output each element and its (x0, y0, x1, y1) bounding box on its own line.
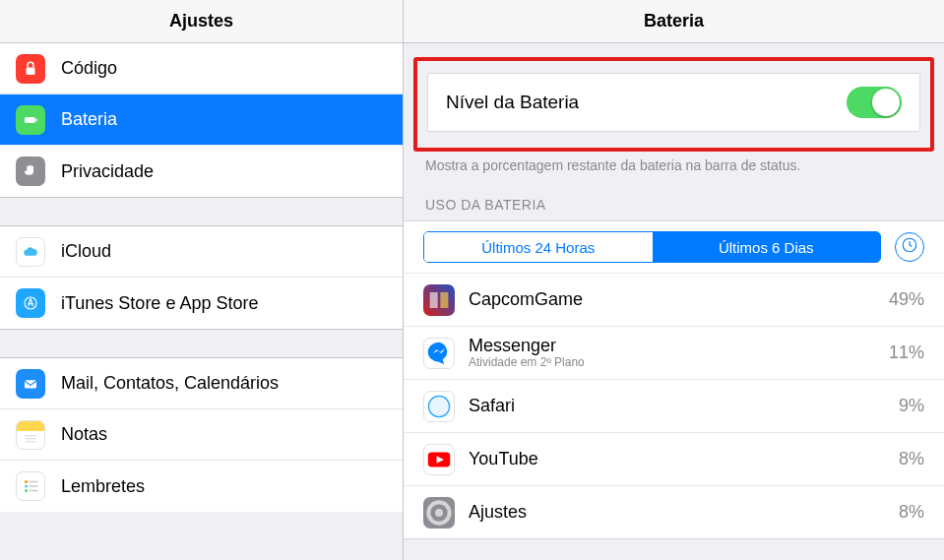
sidebar-item-mail[interactable]: Mail, Contatos, Calendários (0, 358, 403, 409)
app-percentage: 9% (899, 396, 924, 416)
app-row-ajustes[interactable]: Ajustes 8% (404, 485, 944, 538)
sidebar-item-label: Privacidade (61, 161, 154, 182)
clock-icon (901, 236, 918, 258)
sidebar-item-icloud[interactable]: iCloud (0, 226, 403, 278)
battery-level-help: Mostra a porcentagem restante da bateria… (425, 157, 922, 173)
sidebar-item-label: iTunes Store e App Store (61, 293, 258, 314)
detail-scroll[interactable]: Nível da Bateria Mostra a porcentagem re… (404, 43, 944, 560)
separator (0, 197, 403, 226)
sidebar-item-label: Bateria (61, 109, 117, 130)
seg-6d[interactable]: Últimos 6 Dias (653, 232, 881, 262)
separator (0, 329, 403, 358)
app-percentage: 8% (899, 449, 924, 469)
svg-rect-2 (35, 118, 37, 121)
usage-section-header: USO DA BATERIA (425, 197, 922, 213)
hand-icon (16, 156, 45, 186)
svg-rect-1 (25, 117, 35, 123)
app-percentage: 8% (899, 502, 924, 523)
time-range-row: Últimos 24 Horas Últimos 6 Dias (404, 221, 944, 273)
battery-level-toggle[interactable] (847, 87, 902, 118)
sidebar-item-privacy[interactable]: Privacidade (0, 146, 403, 197)
sidebar-group-3: Mail, Contatos, Calendários Notas Lembre… (0, 358, 403, 512)
sidebar-item-passcode[interactable]: Código (0, 43, 403, 94)
appstore-icon (16, 288, 45, 318)
highlight-annotation: Nível da Bateria (413, 57, 934, 152)
lock-icon (16, 54, 45, 84)
sidebar-item-label: Lembretes (61, 476, 145, 497)
app-percentage: 49% (889, 289, 924, 310)
app-icon-youtube (423, 444, 455, 475)
sidebar-item-label: Código (61, 58, 117, 79)
app-subtitle: Atividade em 2º Plano (469, 355, 889, 369)
app-name: CapcomGame (469, 290, 889, 310)
sidebar-group-2: iCloud iTunes Store e App Store (0, 226, 403, 329)
app-row-messenger[interactable]: Messenger Atividade em 2º Plano 11% (404, 326, 944, 379)
sidebar-item-reminders[interactable]: Lembretes (0, 461, 403, 512)
app-name: Messenger (469, 337, 889, 356)
sidebar-item-label: iCloud (61, 241, 111, 262)
app-row-safari[interactable]: Safari 9% (404, 379, 944, 432)
svg-rect-17 (440, 292, 448, 308)
cloud-icon (16, 237, 45, 267)
detail-pane: Bateria Nível da Bateria Mostra a porcen… (404, 0, 944, 560)
app-icon-capcomgame (423, 284, 455, 316)
sidebar-item-label: Mail, Contatos, Calendários (61, 373, 279, 394)
svg-point-22 (435, 509, 443, 517)
time-range-segmented[interactable]: Últimos 24 Horas Últimos 6 Dias (423, 231, 881, 263)
svg-rect-16 (430, 292, 438, 308)
app-percentage: 11% (889, 342, 924, 363)
svg-point-10 (25, 485, 28, 488)
app-row-capcomgame[interactable]: CapcomGame 49% (404, 273, 944, 326)
settings-sidebar: Ajustes Código Bateria Privacidade (0, 0, 404, 560)
battery-icon (16, 105, 45, 135)
mail-icon (16, 369, 45, 399)
svg-rect-0 (27, 67, 35, 75)
sidebar-item-notes[interactable]: Notas (0, 409, 403, 461)
app-icon-messenger (423, 338, 455, 369)
app-name: YouTube (469, 450, 899, 469)
sidebar-item-label: Notas (61, 424, 107, 445)
clock-button[interactable] (895, 232, 924, 262)
app-icon-safari (423, 391, 455, 422)
reminders-icon (16, 471, 45, 501)
app-name: Safari (469, 397, 899, 416)
svg-point-12 (25, 489, 28, 492)
app-icon-settings (423, 497, 455, 529)
sidebar-item-itunes-appstore[interactable]: iTunes Store e App Store (0, 278, 403, 329)
svg-rect-4 (25, 380, 36, 388)
usage-card: Últimos 24 Horas Últimos 6 Dias CapcomGa… (404, 220, 944, 539)
svg-point-8 (25, 480, 28, 483)
app-row-youtube[interactable]: YouTube 8% (404, 432, 944, 485)
notes-icon (16, 420, 45, 450)
sidebar-header: Ajustes (0, 0, 403, 43)
detail-header: Bateria (404, 0, 944, 43)
sidebar-item-battery[interactable]: Bateria (0, 94, 403, 146)
seg-24h[interactable]: Últimos 24 Horas (424, 232, 653, 262)
battery-level-row[interactable]: Nível da Bateria (427, 73, 920, 132)
svg-point-19 (429, 397, 449, 416)
battery-level-label: Nível da Bateria (446, 92, 579, 113)
sidebar-group-1: Código Bateria Privacidade (0, 43, 403, 197)
app-name: Ajustes (469, 503, 899, 523)
